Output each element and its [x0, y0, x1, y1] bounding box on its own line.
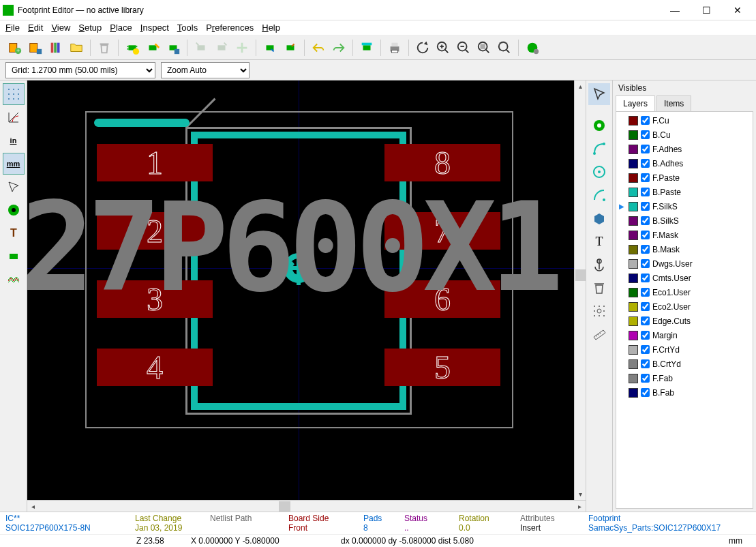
pad-display-button[interactable]: [3, 199, 25, 221]
layer-visibility-checkbox[interactable]: [641, 274, 650, 282]
zoom-in-button[interactable]: [434, 38, 453, 57]
menu-view[interactable]: View: [51, 23, 70, 33]
layer-visibility-checkbox[interactable]: [641, 288, 650, 297]
layer-visibility-checkbox[interactable]: [641, 331, 650, 340]
layer-swatch[interactable]: [629, 374, 638, 383]
redo-button[interactable]: [329, 38, 348, 57]
layer-row-eco2-user[interactable]: Eco2.User: [618, 299, 751, 314]
layer-visibility-checkbox[interactable]: [641, 374, 650, 383]
layer-swatch[interactable]: [629, 159, 638, 168]
layer-row-margin[interactable]: Margin: [618, 328, 751, 342]
layer-row-b-fab[interactable]: B.Fab: [618, 385, 751, 400]
layer-visibility-checkbox[interactable]: [641, 130, 650, 139]
grid-display-button[interactable]: [3, 83, 25, 105]
layer-swatch[interactable]: [629, 145, 638, 154]
import-button[interactable]: [192, 38, 211, 57]
add-polygon-tool[interactable]: [588, 207, 610, 229]
minimize-button[interactable]: —: [659, 0, 691, 20]
layer-swatch[interactable]: [629, 259, 638, 269]
add-line-tool[interactable]: [588, 138, 610, 160]
menu-edit[interactable]: Edit: [28, 23, 43, 33]
layer-swatch[interactable]: [629, 331, 638, 340]
measure-tool[interactable]: [588, 323, 610, 345]
export-button[interactable]: [212, 38, 231, 57]
save-as-button[interactable]: [164, 38, 183, 57]
close-button[interactable]: ✕: [722, 0, 753, 20]
layer-visibility-checkbox[interactable]: [641, 216, 650, 225]
menu-tools[interactable]: Tools: [177, 23, 198, 33]
tab-layers[interactable]: Layers: [616, 95, 655, 111]
select-tool[interactable]: [588, 83, 610, 105]
menu-help[interactable]: Help: [262, 23, 280, 33]
menu-file[interactable]: File: [5, 23, 20, 33]
zoom-fit-button[interactable]: [474, 38, 494, 57]
layer-visibility-checkbox[interactable]: [641, 188, 650, 196]
layer-visibility-checkbox[interactable]: [641, 359, 650, 368]
layer-swatch[interactable]: [629, 288, 638, 297]
save-footprint-button[interactable]: [26, 38, 45, 57]
text-display-button[interactable]: T: [3, 222, 25, 244]
settings-button[interactable]: [523, 38, 542, 57]
layer-visibility-checkbox[interactable]: [641, 145, 650, 153]
new-footprint-button[interactable]: +: [5, 38, 25, 57]
undo-button[interactable]: [309, 38, 328, 57]
polar-coord-button[interactable]: [3, 106, 25, 128]
layer-row-b-mask[interactable]: B.Mask: [618, 242, 751, 256]
layer-row-eco1-user[interactable]: Eco1.User: [618, 285, 751, 299]
layer-visibility-checkbox[interactable]: [641, 231, 650, 239]
add-pad-tool[interactable]: [588, 115, 610, 136]
unit-mm-button[interactable]: mm: [3, 153, 25, 175]
layer-row-f-silks[interactable]: ▶F.SilkS: [618, 199, 751, 213]
zoom-select[interactable]: Zoom Auto: [161, 62, 250, 78]
layer-swatch[interactable]: [629, 116, 638, 125]
menu-place[interactable]: Place: [110, 23, 132, 33]
layer-row-f-mask[interactable]: F.Mask: [618, 228, 751, 242]
layer-visibility-checkbox[interactable]: [641, 173, 650, 182]
layer-visibility-checkbox[interactable]: [641, 302, 650, 311]
layer-visibility-checkbox[interactable]: [641, 245, 650, 254]
delete-button[interactable]: [95, 38, 114, 57]
add-circle-tool[interactable]: [588, 161, 610, 183]
refresh-button[interactable]: [413, 38, 432, 57]
layer-swatch[interactable]: [629, 130, 638, 140]
layer-swatch[interactable]: [629, 216, 638, 226]
grid-select[interactable]: Grid: 1.2700 mm (50.00 mils): [5, 62, 155, 78]
layer-row-f-adhes[interactable]: F.Adhes: [618, 142, 751, 156]
layer-row-b-crtyd[interactable]: B.CrtYd: [618, 357, 751, 371]
layer-row-f-fab[interactable]: F.Fab: [618, 371, 751, 385]
layer-visibility-checkbox[interactable]: [641, 316, 650, 325]
scrollbar-horizontal[interactable]: ◂ ▸: [27, 500, 586, 512]
menu-setup[interactable]: Setup: [78, 23, 102, 33]
print-button[interactable]: [385, 38, 404, 57]
tab-items[interactable]: Items: [656, 95, 691, 111]
layer-visibility-checkbox[interactable]: [641, 345, 650, 354]
layer-row-cmts-user[interactable]: Cmts.User: [618, 271, 751, 285]
board-export-button[interactable]: [281, 38, 300, 57]
add-button[interactable]: [232, 38, 252, 57]
layer-visibility-checkbox[interactable]: [641, 116, 650, 125]
layer-row-f-paste[interactable]: F.Paste: [618, 171, 751, 185]
layer-swatch[interactable]: [629, 202, 638, 211]
zoom-out-button[interactable]: [454, 38, 473, 57]
unit-inch-button[interactable]: in: [3, 130, 25, 151]
zoom-select-button[interactable]: [495, 38, 514, 57]
canvas[interactable]: 1 2 3 4 8 7 6 5 27P600X1: [27, 80, 574, 500]
wizard-button[interactable]: [143, 38, 162, 57]
layer-visibility-checkbox[interactable]: [641, 259, 650, 268]
layer-row-b-cu[interactable]: B.Cu: [618, 128, 751, 142]
board-import-button[interactable]: [260, 38, 279, 57]
layer-swatch[interactable]: [629, 359, 638, 369]
layer-row-b-adhes[interactable]: B.Adhes: [618, 156, 751, 171]
layer-row-edge-cuts[interactable]: Edge.Cuts: [618, 314, 751, 328]
grid-origin-tool[interactable]: [588, 300, 610, 322]
layer-swatch[interactable]: [629, 245, 638, 254]
anchor-tool[interactable]: [588, 254, 610, 276]
cursor-shape-button[interactable]: [3, 176, 25, 198]
delete-tool[interactable]: [588, 277, 610, 299]
layer-swatch[interactable]: [629, 188, 638, 197]
library-button[interactable]: [46, 38, 65, 57]
layer-swatch[interactable]: [629, 388, 638, 398]
layer-row-dwgs-user[interactable]: Dwgs.User: [618, 256, 751, 271]
layer-swatch[interactable]: [629, 231, 638, 240]
layer-visibility-checkbox[interactable]: [641, 388, 650, 397]
